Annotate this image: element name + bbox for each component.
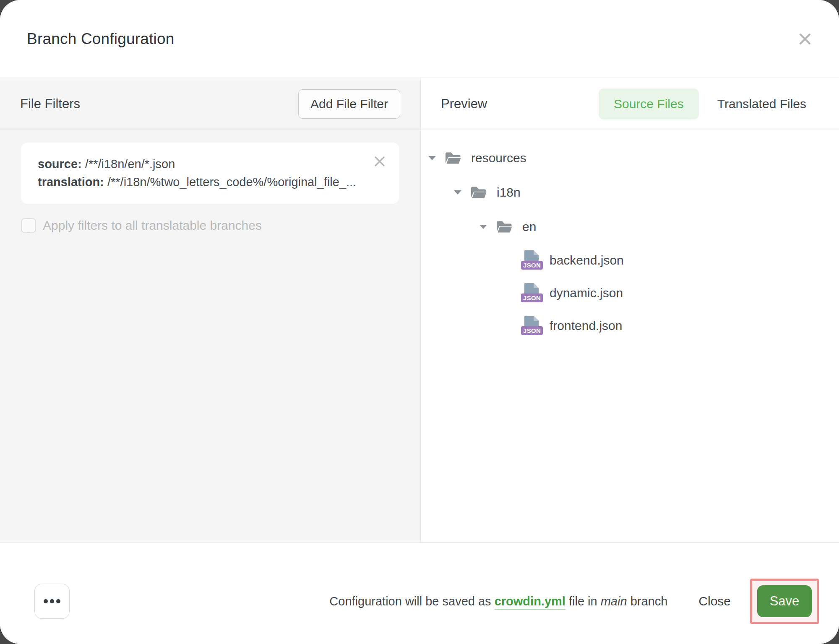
json-file-icon: JSON <box>521 316 541 336</box>
tree-item-resources[interactable]: resources <box>421 141 839 175</box>
caret-down-icon[interactable] <box>428 156 436 160</box>
caret-down-icon[interactable] <box>479 225 487 229</box>
json-badge: JSON <box>521 261 543 270</box>
preview-tabs: Source Files Translated Files <box>599 88 806 119</box>
close-button[interactable]: Close <box>698 594 731 608</box>
save-location-message: Configuration will be saved as crowdin.y… <box>329 595 667 608</box>
save-button-highlight: Save <box>750 579 819 624</box>
folder-open-icon <box>470 185 487 200</box>
folder-open-icon <box>495 220 513 234</box>
ellipsis-icon <box>44 599 48 603</box>
message-middle: file in <box>569 595 597 608</box>
branch-name: main <box>601 595 627 608</box>
preview-header: Preview Source Files Translated Files <box>421 78 839 130</box>
apply-filters-label: Apply filters to all translatable branch… <box>43 218 262 233</box>
branch-configuration-dialog: Branch Configuration File Filters Add Fi… <box>0 0 839 644</box>
remove-filter-icon[interactable] <box>373 155 386 168</box>
tree-item-label: frontend.json <box>550 319 622 333</box>
tree-item-dynamic-json[interactable]: JSON dynamic.json <box>421 277 839 309</box>
tree-item-label: resources <box>471 151 526 165</box>
save-button[interactable]: Save <box>757 585 812 617</box>
more-options-button[interactable] <box>34 584 70 619</box>
tree-item-frontend-json[interactable]: JSON frontend.json <box>421 309 839 342</box>
json-file-icon: JSON <box>521 250 541 270</box>
tree-item-backend-json[interactable]: JSON backend.json <box>421 244 839 277</box>
filter-translation-value: /**/i18n/%two_letters_code%/%original_fi… <box>107 175 356 189</box>
filter-translation-line: translation: /**/i18n/%two_letters_code%… <box>38 173 366 191</box>
close-icon[interactable] <box>798 32 812 46</box>
json-badge: JSON <box>521 326 543 335</box>
apply-filters-row: Apply filters to all translatable branch… <box>21 218 399 233</box>
file-filters-header: File Filters Add File Filter <box>0 78 420 130</box>
filter-source-line: source: /**/i18n/en/*.json <box>38 155 366 173</box>
file-filters-panel: File Filters Add File Filter source: /**… <box>0 78 421 542</box>
dialog-content: File Filters Add File Filter source: /**… <box>0 78 839 542</box>
json-file-icon: JSON <box>521 283 541 303</box>
crowdin-yml-link[interactable]: crowdin.yml <box>495 595 565 610</box>
caret-down-icon[interactable] <box>454 190 461 195</box>
filter-source-label: source: <box>38 157 82 171</box>
message-prefix: Configuration will be saved as <box>329 595 491 608</box>
page-title: Branch Configuration <box>27 30 175 48</box>
json-badge: JSON <box>521 293 543 302</box>
dialog-footer: Configuration will be saved as crowdin.y… <box>0 542 839 644</box>
preview-heading: Preview <box>441 96 487 112</box>
dialog-header: Branch Configuration <box>0 0 839 78</box>
tree-item-label: dynamic.json <box>550 286 623 300</box>
message-suffix: branch <box>631 595 668 608</box>
ellipsis-icon <box>50 599 54 603</box>
file-filter-card[interactable]: source: /**/i18n/en/*.json translation: … <box>21 143 399 204</box>
tree-item-label: backend.json <box>550 253 624 267</box>
filter-translation-label: translation: <box>38 175 104 189</box>
tree-item-label: i18n <box>497 185 521 200</box>
add-file-filter-button[interactable]: Add File Filter <box>298 89 400 119</box>
tab-source-files[interactable]: Source Files <box>599 88 699 119</box>
file-tree: resources i18n en <box>421 130 839 342</box>
folder-open-icon <box>444 151 462 165</box>
tree-item-label: en <box>522 220 536 234</box>
tree-item-en[interactable]: en <box>421 210 839 244</box>
preview-panel: Preview Source Files Translated Files re… <box>421 78 839 542</box>
tab-translated-files[interactable]: Translated Files <box>717 88 806 119</box>
file-filters-heading: File Filters <box>20 96 80 112</box>
tree-item-i18n[interactable]: i18n <box>421 175 839 210</box>
ellipsis-icon <box>56 599 60 603</box>
filter-source-value: /**/i18n/en/*.json <box>85 157 175 171</box>
apply-filters-checkbox[interactable] <box>21 218 36 233</box>
